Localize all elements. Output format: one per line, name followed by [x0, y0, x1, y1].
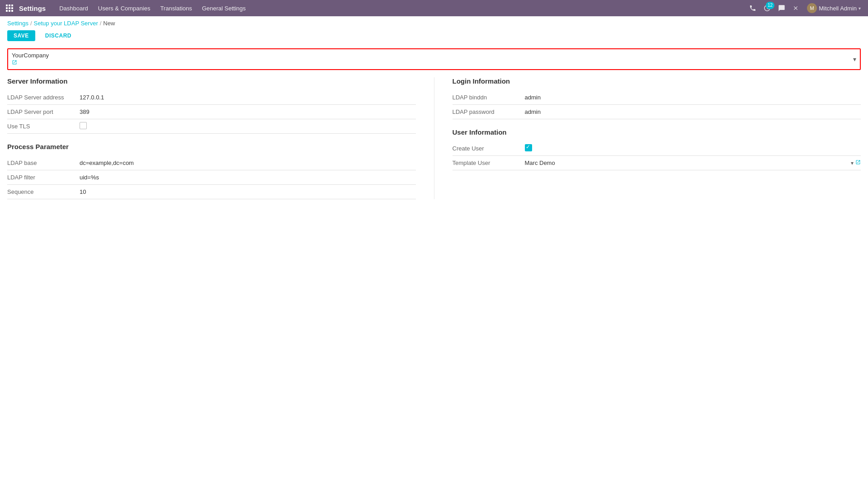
company-selector-content: YourCompany: [12, 52, 49, 66]
nav-users-companies[interactable]: Users & Companies: [94, 2, 155, 14]
ldap-port-input[interactable]: [80, 108, 416, 115]
breadcrumb-sep-1: /: [30, 20, 32, 27]
user-info-title: User Information: [453, 128, 861, 136]
breadcrumb: Settings / Setup your LDAP Server / New: [0, 16, 868, 28]
field-ldap-server-address: LDAP Server address: [7, 90, 416, 105]
ldap-password-input[interactable]: [525, 108, 861, 115]
server-info-title: Server Information: [7, 77, 416, 85]
breadcrumb-ldap[interactable]: Setup your LDAP Server: [34, 20, 98, 27]
company-selector[interactable]: YourCompany ▾: [7, 48, 861, 70]
svg-rect-1: [9, 5, 10, 6]
phone-icon-btn[interactable]: [746, 3, 759, 14]
field-label-ldap-base: LDAP base: [7, 160, 80, 166]
field-value-use-tls: [80, 122, 416, 131]
chat-icon-btn[interactable]: [775, 3, 788, 14]
field-sequence: Sequence: [7, 185, 416, 199]
field-label-sequence: Sequence: [7, 188, 80, 195]
field-create-user: Create User: [453, 141, 861, 156]
close-icon-btn[interactable]: [790, 3, 802, 13]
login-info-title: Login Information: [453, 77, 861, 85]
field-label-ldap-filter: LDAP filter: [7, 174, 80, 181]
clock-badge: 12: [766, 2, 774, 9]
svg-rect-8: [11, 10, 13, 12]
field-label-ldap-password: LDAP password: [453, 108, 525, 115]
user-name: Mitchell Admin: [819, 5, 857, 12]
app-title: Settings: [19, 5, 46, 12]
field-label-ldap-binddn: LDAP binddn: [453, 94, 525, 101]
ldap-binddn-input[interactable]: [525, 94, 861, 101]
ldap-address-input[interactable]: [80, 94, 416, 101]
navbar: Settings Dashboard Users & Companies Tra…: [0, 0, 868, 16]
field-use-tls: Use TLS: [7, 119, 416, 134]
clock-icon-btn[interactable]: 12: [761, 3, 774, 14]
template-user-dropdown-icon[interactable]: ▾: [851, 160, 854, 166]
svg-rect-2: [11, 5, 13, 6]
navbar-menu: Dashboard Users & Companies Translations…: [55, 2, 745, 14]
company-dropdown-arrow-icon[interactable]: ▾: [853, 56, 856, 63]
svg-rect-5: [11, 7, 13, 9]
field-label-template-user: Template User: [453, 160, 525, 166]
svg-rect-6: [6, 10, 8, 12]
navbar-actions: 12 M Mitchell Admin ▾: [746, 1, 864, 15]
breadcrumb-sep-2: /: [100, 20, 102, 27]
svg-rect-0: [6, 5, 8, 6]
nav-translations[interactable]: Translations: [156, 2, 196, 14]
field-value-sequence: [80, 188, 416, 195]
save-button[interactable]: SAVE: [7, 30, 35, 41]
field-value-ldap-binddn: [525, 94, 861, 101]
breadcrumb-settings[interactable]: Settings: [7, 20, 28, 27]
right-panel: Login Information LDAP binddn LDAP passw…: [434, 77, 861, 199]
template-user-external-link-icon[interactable]: [855, 160, 861, 166]
field-label-ldap-port: LDAP Server port: [7, 108, 80, 115]
field-value-ldap-password: [525, 108, 861, 115]
field-ldap-server-port: LDAP Server port: [7, 105, 416, 119]
field-label-use-tls: Use TLS: [7, 123, 80, 130]
template-user-value: Marc Demo: [525, 160, 849, 166]
field-ldap-binddn: LDAP binddn: [453, 90, 861, 105]
avatar: M: [807, 3, 817, 13]
discard-button[interactable]: DISCARD: [39, 30, 78, 41]
field-label-create-user: Create User: [453, 145, 525, 152]
company-external-link-icon[interactable]: [12, 60, 49, 66]
field-value-ldap-address: [80, 94, 416, 101]
field-value-template-user: Marc Demo ▾: [525, 160, 861, 166]
create-user-checkbox[interactable]: [525, 144, 532, 151]
field-value-ldap-filter: [80, 174, 416, 181]
field-value-ldap-port: [80, 108, 416, 115]
field-template-user: Template User Marc Demo ▾: [453, 156, 861, 170]
breadcrumb-new: New: [103, 20, 115, 27]
user-menu[interactable]: M Mitchell Admin ▾: [803, 1, 864, 15]
svg-rect-3: [6, 7, 8, 9]
field-label-ldap-address: LDAP Server address: [7, 94, 80, 101]
ldap-base-input[interactable]: [80, 160, 416, 166]
company-name: YourCompany: [12, 52, 49, 59]
sequence-input[interactable]: [80, 188, 416, 195]
svg-rect-7: [9, 10, 10, 12]
nav-dashboard[interactable]: Dashboard: [55, 2, 93, 14]
field-value-create-user: [525, 144, 861, 153]
action-bar: SAVE DISCARD: [0, 28, 868, 47]
left-panel: Server Information LDAP Server address L…: [7, 77, 434, 199]
nav-general-settings[interactable]: General Settings: [198, 2, 250, 14]
user-dropdown-icon: ▾: [859, 6, 861, 11]
apps-icon[interactable]: [4, 2, 15, 14]
field-ldap-filter: LDAP filter: [7, 170, 416, 185]
svg-rect-4: [9, 7, 10, 9]
process-parameter-title: Process Parameter: [7, 143, 416, 150]
ldap-filter-input[interactable]: [80, 174, 416, 181]
field-value-ldap-base: [80, 160, 416, 166]
use-tls-checkbox[interactable]: [80, 122, 87, 129]
main-content: Server Information LDAP Server address L…: [0, 70, 868, 206]
field-ldap-password: LDAP password: [453, 105, 861, 119]
field-ldap-base: LDAP base: [7, 156, 416, 170]
